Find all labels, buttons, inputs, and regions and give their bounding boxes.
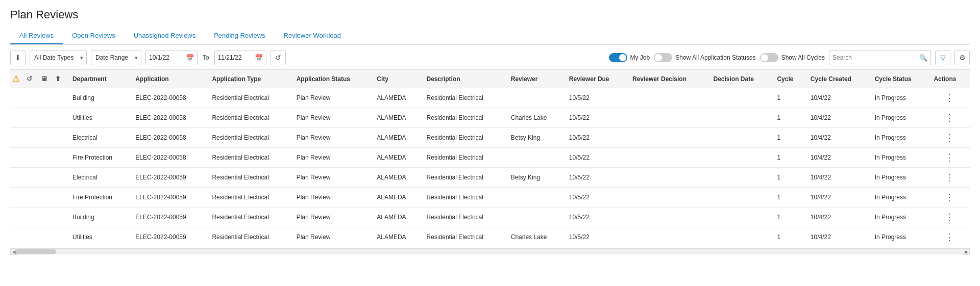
show-all-cycles-toggle[interactable]	[760, 53, 778, 62]
cell-description-3: Residential Electrical	[422, 148, 506, 168]
cell-application-type-1: Residential Electrical	[207, 108, 291, 128]
cell-reviewer-due-6: 10/5/22	[564, 207, 627, 227]
col-actions: Actions	[928, 70, 970, 88]
cell-application-3: ELEC-2022-00058	[130, 148, 207, 168]
cell-cycle-created-4: 10/4/22	[805, 168, 870, 188]
page-title: Plan Reviews	[10, 8, 970, 21]
cell-cycle-status-4: In Progress	[870, 168, 929, 188]
cell-reviewer-due-3: 10/5/22	[564, 148, 627, 168]
tab-unassigned-reviews[interactable]: Unassigned Reviews	[125, 28, 205, 44]
horizontal-scrollbar[interactable]: ◀ ▶	[10, 248, 970, 254]
date-to-wrapper: 📅	[214, 50, 266, 65]
cell-actions-6[interactable]: ⋮	[928, 207, 970, 227]
cell-application-5: ELEC-2022-00059	[130, 188, 207, 207]
cell-cycle-5: 1	[772, 188, 805, 207]
cell-cycle-4: 1	[772, 168, 805, 188]
cell-actions-1[interactable]: ⋮	[928, 108, 970, 128]
cell-refresh-5	[24, 188, 39, 207]
col-refresh-icon: ↺	[24, 70, 39, 88]
cell-cycle-created-0: 10/4/22	[805, 88, 870, 108]
cell-actions-5[interactable]: ⋮	[928, 188, 970, 207]
cell-reviewer-due-2: 10/5/22	[564, 128, 627, 148]
cell-cycle-created-2: 10/4/22	[805, 128, 870, 148]
cell-actions-4[interactable]: ⋮	[928, 168, 970, 188]
cell-reviewer-due-1: 10/5/22	[564, 108, 627, 128]
table-row: Fire Protection ELEC-2022-00058 Resident…	[10, 148, 970, 168]
my-job-toggle[interactable]	[609, 53, 627, 62]
cell-application-6: ELEC-2022-00059	[130, 207, 207, 227]
cell-reviewer-decision-1	[627, 108, 708, 128]
cell-reviewer-due-5: 10/5/22	[564, 188, 627, 207]
settings-button[interactable]: ⚙	[954, 50, 970, 65]
actions-menu-icon[interactable]: ⋮	[945, 192, 954, 202]
date-type-wrapper: All Date Types	[30, 50, 87, 65]
cell-application-7: ELEC-2022-00059	[130, 227, 207, 247]
actions-menu-icon[interactable]: ⋮	[945, 93, 954, 103]
date-from-input[interactable]	[149, 54, 184, 61]
warning-icon: ⚠	[12, 74, 19, 83]
search-input[interactable]	[832, 54, 919, 61]
cell-application-status-4: Plan Review	[291, 168, 372, 188]
actions-menu-icon[interactable]: ⋮	[945, 113, 954, 123]
cell-reviewer-decision-3	[627, 148, 708, 168]
col-cycle-status: Cycle Status	[870, 70, 929, 88]
cell-upload-1	[53, 108, 67, 128]
cell-actions-2[interactable]: ⋮	[928, 128, 970, 148]
calendar-to-icon[interactable]: 📅	[255, 54, 263, 62]
cell-city-2: ALAMEDA	[372, 128, 421, 148]
cell-city-7: ALAMEDA	[372, 227, 421, 247]
col-reviewer: Reviewer	[506, 70, 564, 88]
cell-upload-3	[53, 148, 67, 168]
scrollbar-thumb[interactable]	[15, 249, 56, 254]
cell-upload-7	[53, 227, 67, 247]
col-application-status: Application Status	[291, 70, 372, 88]
cell-application-type-4: Residential Electrical	[207, 168, 291, 188]
cell-reviewer-due-0: 10/5/22	[564, 88, 627, 108]
refresh-button[interactable]: ↺	[271, 50, 286, 65]
actions-menu-icon[interactable]: ⋮	[945, 172, 954, 183]
date-to-label: To	[202, 54, 210, 61]
cell-warning-0	[10, 88, 24, 108]
actions-menu-icon[interactable]: ⋮	[945, 133, 954, 143]
search-box: 🔍	[829, 50, 931, 65]
cell-reviewer-7: Charles Lake	[506, 227, 564, 247]
cell-application-status-1: Plan Review	[291, 108, 372, 128]
date-range-select[interactable]: Date Range	[91, 50, 141, 65]
cell-reviewer-0	[506, 88, 564, 108]
actions-menu-icon[interactable]: ⋮	[945, 212, 954, 222]
tab-open-reviews[interactable]: Open Reviews	[63, 28, 125, 44]
cell-application-status-5: Plan Review	[291, 188, 372, 207]
table-header-row: ⚠ ↺ 🖥 ⬆ Department Application Applicati…	[10, 70, 970, 88]
upload-icon: ⬆	[55, 75, 61, 83]
calendar-from-icon[interactable]: 📅	[186, 54, 194, 62]
show-all-cycles-toggle-group: Show All Cycles	[760, 53, 825, 62]
cell-warning-6	[10, 207, 24, 227]
cell-application-4: ELEC-2022-00059	[130, 168, 207, 188]
col-city: City	[372, 70, 421, 88]
cell-actions-0[interactable]: ⋮	[928, 88, 970, 108]
show-all-statuses-toggle[interactable]	[654, 53, 672, 62]
tab-pending-reviews[interactable]: Pending Reviews	[205, 28, 274, 44]
cell-reviewer-6	[506, 207, 564, 227]
date-to-input[interactable]	[218, 54, 253, 61]
actions-menu-icon[interactable]: ⋮	[945, 232, 954, 242]
cell-actions-3[interactable]: ⋮	[928, 148, 970, 168]
download-button[interactable]: ⬇	[10, 50, 26, 65]
cell-monitor-1	[39, 108, 53, 128]
table-row: Fire Protection ELEC-2022-00059 Resident…	[10, 188, 970, 207]
download-icon: ⬇	[15, 54, 21, 62]
cell-reviewer-1: Charles Lake	[506, 108, 564, 128]
scroll-right-arrow[interactable]: ▶	[963, 249, 970, 255]
actions-menu-icon[interactable]: ⋮	[945, 152, 954, 163]
cell-department-1: Utilities	[67, 108, 130, 128]
search-icon[interactable]: 🔍	[919, 54, 927, 62]
cell-reviewer-decision-2	[627, 128, 708, 148]
cell-monitor-6	[39, 207, 53, 227]
filter-icon: ▽	[940, 54, 946, 62]
filter-button[interactable]: ▽	[935, 50, 950, 65]
tab-all-reviews[interactable]: All Reviews	[10, 28, 63, 44]
cell-actions-7[interactable]: ⋮	[928, 227, 970, 247]
cell-refresh-3	[24, 148, 39, 168]
date-type-select[interactable]: All Date Types	[30, 50, 87, 65]
tab-reviewer-workload[interactable]: Reviewer Workload	[275, 28, 350, 44]
